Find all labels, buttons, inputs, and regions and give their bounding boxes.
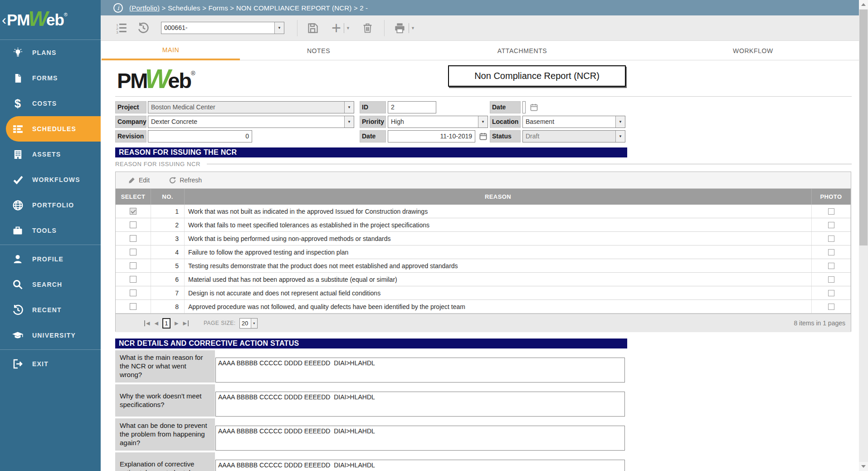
tab-workflow[interactable]: WORKFLOW <box>647 41 859 60</box>
scroll-down-button[interactable] <box>859 462 868 471</box>
chevron-down-icon[interactable]: ▼ <box>478 116 488 128</box>
reason-text: Failure to follow the approved testing a… <box>185 245 812 259</box>
sidebar-item-profile[interactable]: PROFILE <box>0 246 101 272</box>
history-icon[interactable] <box>137 22 149 34</box>
sidebar-item-portfolio[interactable]: PORTFOLIO <box>0 192 101 218</box>
photo-checkbox[interactable] <box>828 290 834 296</box>
sidebar-item-search[interactable]: SEARCH <box>0 272 101 297</box>
save-icon[interactable] <box>307 22 319 34</box>
print-icon[interactable] <box>394 22 406 34</box>
print-dropdown[interactable]: ▼ <box>409 23 415 33</box>
refresh-button[interactable]: Refresh <box>169 177 202 184</box>
chevron-down-icon: ▼ <box>411 26 415 30</box>
question-textarea[interactable]: AAAA BBBBB CCCCC DDDD EEEEDD DIAI>HLAHDL <box>215 358 625 383</box>
collapse-chevron-icon[interactable]: ‹ <box>2 12 6 28</box>
calendar-icon[interactable] <box>479 132 488 141</box>
date-input[interactable]: 11-10-2019 <box>388 130 475 142</box>
tab-attachments[interactable]: ATTACHMENTS <box>397 41 647 60</box>
status-select[interactable]: Draft▼ <box>522 130 625 142</box>
question-textarea[interactable]: AAAA BBBBB CCCCC DDDD EEEEDD DIAI>HLAHDL <box>215 392 625 417</box>
sidebar-item-schedules[interactable]: SCHEDULES <box>6 116 101 142</box>
photo-checkbox[interactable] <box>828 222 834 228</box>
add-record-icon[interactable]: + <box>332 22 341 34</box>
revision-input[interactable]: 0 <box>148 130 252 142</box>
tab-main[interactable]: MAIN <box>102 41 240 60</box>
page-size-select[interactable]: 20 ▼ <box>239 318 258 329</box>
checkmark-icon <box>11 174 24 186</box>
add-record-dropdown[interactable]: ▼ <box>344 23 350 33</box>
calendar-icon[interactable] <box>530 103 538 112</box>
photo-checkbox[interactable] <box>828 276 834 283</box>
registered-mark: ® <box>64 12 68 17</box>
question-textarea[interactable]: AAAA BBBBB CCCCC DDDD EEEEDD DIAI>HLAHDL <box>215 460 625 471</box>
sidebar-divider <box>0 349 101 350</box>
previous-page-button[interactable]: ◀ <box>154 320 158 326</box>
company-label: Company <box>115 116 146 128</box>
select-checkbox[interactable] <box>130 208 137 215</box>
record-selector-dropdown-icon[interactable]: ▼ <box>274 22 284 34</box>
photo-checkbox[interactable] <box>828 249 834 255</box>
sidebar-item-exit[interactable]: EXIT <box>0 351 101 377</box>
chevron-down-icon[interactable]: ▼ <box>615 116 625 128</box>
sidebar-item-university[interactable]: UNIVERSITY <box>0 323 101 348</box>
photo-checkbox[interactable] <box>828 236 834 242</box>
reason-table-body: 1 Work that was not built as indicated i… <box>116 205 851 314</box>
select-checkbox[interactable] <box>130 289 137 296</box>
priority-select[interactable]: High▼ <box>388 116 488 128</box>
photo-checkbox[interactable] <box>828 304 834 310</box>
pmweb-sidebar-logo[interactable]: ‹ PM W eb ® <box>0 0 101 40</box>
location-select[interactable]: Basement▼ <box>522 116 625 128</box>
row-number: 5 <box>151 259 185 272</box>
scrollbar-thumb[interactable] <box>859 10 868 245</box>
project-select[interactable]: Boston Medical Center▼ <box>148 101 354 113</box>
record-selector[interactable]: 000661- ▼ <box>161 22 284 34</box>
date-top-input[interactable] <box>522 101 526 113</box>
sidebar-item-assets[interactable]: ASSETS <box>0 142 101 167</box>
details-section-header: NCR DETAILS AND CORRECTIVE ACTION STATUS <box>115 339 627 348</box>
date-field: 11-10-2019 <box>388 130 488 142</box>
row-number: 1 <box>151 205 185 218</box>
question-textarea[interactable]: AAAA BBBBB CCCCC DDDD EEEEDD DIAI>HLAHDL <box>215 426 625 451</box>
scroll-up-button[interactable] <box>859 0 868 9</box>
select-checkbox[interactable] <box>130 276 137 283</box>
chevron-down-icon[interactable]: ▼ <box>615 131 625 142</box>
select-checkbox[interactable] <box>130 221 137 228</box>
next-page-button[interactable]: ▶ <box>175 320 178 326</box>
breadcrumb-portfolio-link[interactable]: (Portfolio) <box>129 4 160 12</box>
numbered-list-icon[interactable]: 123 <box>115 22 127 34</box>
current-page-box[interactable]: 1 <box>162 318 171 329</box>
tab-bar: MAIN NOTES ATTACHMENTS WORKFLOW <box>101 41 859 60</box>
sidebar-item-recent[interactable]: RECENT <box>0 297 101 323</box>
first-page-button[interactable]: ◀ <box>144 320 150 326</box>
delete-icon[interactable] <box>362 22 373 34</box>
select-checkbox[interactable] <box>130 262 137 269</box>
sidebar-item-plans[interactable]: PLANS <box>0 40 101 65</box>
sidebar-item-label: UNIVERSITY <box>32 332 76 339</box>
chevron-down-icon[interactable]: ▼ <box>344 102 354 113</box>
chevron-down-icon[interactable]: ▼ <box>344 116 354 128</box>
date-top-field[interactable] <box>522 101 538 113</box>
id-input[interactable]: 2 <box>388 101 436 113</box>
sidebar-item-tools[interactable]: TOOLS <box>0 218 101 243</box>
sidebar-item-costs[interactable]: $ COSTS <box>0 91 101 116</box>
project-label: Project <box>115 101 146 113</box>
sidebar-item-workflows[interactable]: WORKFLOWS <box>0 167 101 192</box>
select-checkbox[interactable] <box>130 303 137 310</box>
last-page-button[interactable]: ▶ <box>183 320 188 326</box>
company-select[interactable]: Dexter Concrete▼ <box>148 116 354 128</box>
pagination-bar: ◀ ◀ 1 ▶ ▶ PAGE SIZE: 20 ▼ 8 items in 1 p… <box>116 314 851 332</box>
breadcrumb-trail: > Schedules > Forms > NON COMPLIANCE REP… <box>160 4 368 12</box>
reason-text: Approved procedure was not followed, and… <box>185 300 812 313</box>
photo-checkbox[interactable] <box>828 208 834 215</box>
info-icon[interactable]: i <box>113 3 123 13</box>
question-block: What can be done to prevent the problem … <box>115 418 852 451</box>
sidebar-item-forms[interactable]: FORMS <box>0 65 101 91</box>
photo-checkbox[interactable] <box>828 263 834 269</box>
select-checkbox[interactable] <box>130 235 137 242</box>
select-checkbox[interactable] <box>130 249 137 255</box>
sidebar-item-label: PLANS <box>32 49 56 56</box>
tab-notes[interactable]: NOTES <box>240 41 397 60</box>
edit-button[interactable]: Edit <box>128 177 150 184</box>
vertical-scrollbar[interactable] <box>859 0 868 471</box>
graduation-cap-icon <box>11 329 24 341</box>
